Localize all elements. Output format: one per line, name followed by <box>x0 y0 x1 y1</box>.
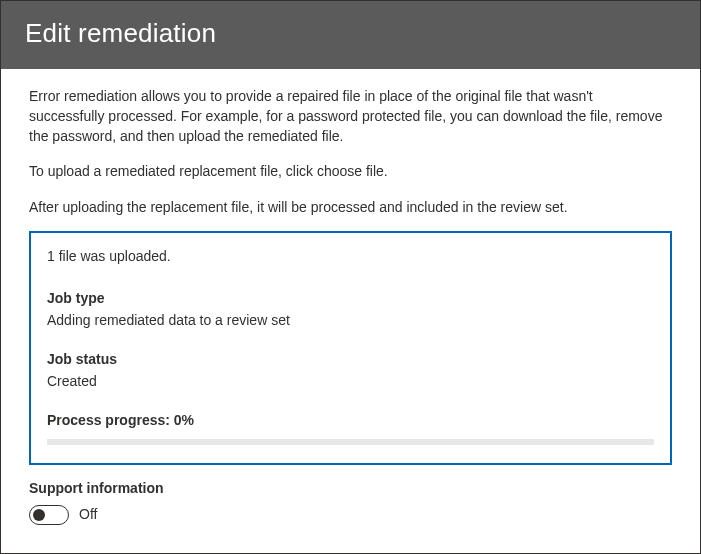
intro-text: Error remediation allows you to provide … <box>29 87 672 217</box>
support-information-section: Support information Off <box>29 479 672 525</box>
panel-content: Error remediation allows you to provide … <box>1 69 700 553</box>
job-type-label: Job type <box>47 289 654 309</box>
job-status-label: Job status <box>47 350 654 370</box>
uploaded-message: 1 file was uploaded. <box>47 247 654 267</box>
panel-title: Edit remediation <box>25 15 676 51</box>
job-status-field: Job status Created <box>47 350 654 391</box>
support-toggle[interactable] <box>29 505 69 525</box>
job-type-field: Job type Adding remediated data to a rev… <box>47 289 654 330</box>
support-information-label: Support information <box>29 479 672 499</box>
intro-paragraph-3: After uploading the replacement file, it… <box>29 198 672 218</box>
job-status-value: Created <box>47 372 654 392</box>
progress-label: Process progress: 0% <box>47 411 654 431</box>
toggle-knob-icon <box>33 509 45 521</box>
support-toggle-row: Off <box>29 505 672 525</box>
progress-field: Process progress: 0% <box>47 411 654 445</box>
progress-bar <box>47 439 654 445</box>
panel-header: Edit remediation <box>1 1 700 69</box>
intro-paragraph-2: To upload a remediated replacement file,… <box>29 162 672 182</box>
support-toggle-state: Off <box>79 505 97 525</box>
edit-remediation-panel: Edit remediation Error remediation allow… <box>0 0 701 554</box>
upload-status-box: 1 file was uploaded. Job type Adding rem… <box>29 231 672 465</box>
job-type-value: Adding remediated data to a review set <box>47 311 654 331</box>
intro-paragraph-1: Error remediation allows you to provide … <box>29 87 672 146</box>
